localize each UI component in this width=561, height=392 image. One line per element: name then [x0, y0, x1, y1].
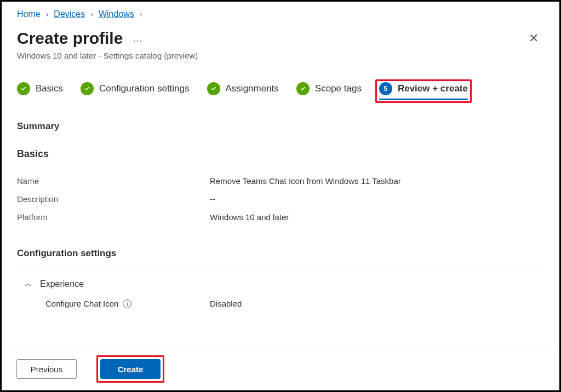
highlight-annotation: Create: [96, 355, 164, 383]
group-experience[interactable]: ︿ Experience: [17, 268, 544, 295]
field-value: Remove Teams Chat Icon from Windows 11 T…: [210, 176, 401, 186]
chevron-up-icon: ︿: [25, 279, 32, 289]
breadcrumb-home[interactable]: Home: [17, 9, 41, 19]
info-icon[interactable]: i: [123, 299, 131, 308]
page-subtitle: Windows 10 and later - Settings catalog …: [17, 51, 544, 60]
wizard-steps: Basics Configuration settings Assignment…: [17, 82, 544, 100]
check-icon: [296, 82, 310, 95]
breadcrumb-devices[interactable]: Devices: [54, 9, 85, 19]
chevron-right-icon: ›: [90, 10, 93, 19]
create-button[interactable]: Create: [100, 359, 161, 379]
step-scope-tags[interactable]: Scope tags: [296, 82, 362, 99]
check-icon: [81, 82, 94, 95]
field-label: Description: [17, 194, 210, 204]
step-configuration-settings[interactable]: Configuration settings: [81, 82, 189, 99]
step-label: Basics: [36, 83, 63, 94]
chevron-right-icon: ›: [46, 10, 49, 19]
previous-button[interactable]: Previous: [16, 359, 77, 379]
page-title: Create profile: [17, 29, 123, 48]
setting-value: Disabled: [210, 299, 242, 308]
field-value: Windows 10 and later: [210, 212, 289, 222]
field-label: Platform: [17, 212, 210, 222]
summary-heading: Summary: [17, 121, 544, 132]
group-label: Experience: [40, 279, 84, 289]
step-label: Review + create: [398, 83, 468, 94]
check-icon: [17, 82, 30, 95]
field-description: Description --: [17, 190, 544, 208]
setting-label: Configure Chat Icon: [45, 299, 118, 308]
more-actions-icon[interactable]: ···: [133, 31, 142, 47]
step-label: Scope tags: [315, 83, 362, 94]
step-number-badge: 5: [379, 82, 392, 95]
chevron-right-icon: ›: [140, 10, 142, 19]
field-name: Name Remove Teams Chat Icon from Windows…: [17, 172, 544, 190]
step-review-create[interactable]: 5 Review + create: [379, 82, 468, 100]
field-label: Name: [17, 176, 210, 186]
highlight-annotation: 5 Review + create: [375, 79, 472, 103]
step-assignments[interactable]: Assignments: [207, 82, 279, 99]
basics-heading: Basics: [17, 148, 544, 160]
step-basics[interactable]: Basics: [17, 82, 63, 99]
setting-configure-chat-icon: Configure Chat Icon i Disabled: [17, 295, 544, 313]
configuration-settings-heading: Configuration settings: [17, 248, 544, 268]
field-value: --: [210, 194, 215, 204]
breadcrumb: Home › Devices › Windows ›: [17, 9, 544, 19]
field-platform: Platform Windows 10 and later: [17, 208, 544, 226]
breadcrumb-windows[interactable]: Windows: [99, 9, 134, 19]
check-icon: [207, 82, 220, 95]
wizard-footer: Previous Create: [3, 349, 558, 389]
close-icon[interactable]: ✕: [523, 29, 544, 48]
step-label: Assignments: [226, 83, 279, 94]
step-label: Configuration settings: [99, 83, 189, 94]
